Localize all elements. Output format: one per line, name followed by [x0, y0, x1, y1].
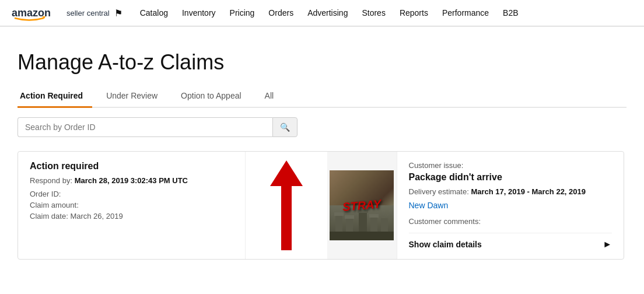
claim-date-value: March 26, 2019 [70, 212, 123, 220]
tab-option-to-appeal[interactable]: Option to Appeal [178, 86, 251, 108]
logo-area: amazon seller central ⚑ [12, 5, 123, 21]
search-input[interactable] [18, 117, 272, 137]
header-divider [0, 26, 644, 27]
tab-action-required[interactable]: Action Required [18, 86, 92, 108]
svg-rect-2 [330, 232, 394, 240]
claim-image: STRAY [327, 152, 397, 259]
nav-reports[interactable]: Reports [400, 6, 428, 20]
amazon-logo[interactable]: amazon seller central [12, 5, 110, 21]
red-arrow [270, 160, 303, 250]
order-id: Order ID: [30, 190, 233, 198]
claim-card: Action required Respond by: March 28, 20… [18, 151, 624, 260]
nav-pricing[interactable]: Pricing [230, 6, 255, 20]
delivery-estimate-value: March 17, 2019 - March 22, 2019 [471, 187, 586, 196]
nav-catalog[interactable]: Catalog [140, 6, 168, 20]
amazon-logo-svg: amazon [12, 5, 64, 21]
claim-amount-label: Claim amount: [30, 201, 79, 209]
respond-by-label: Respond by: [30, 176, 72, 185]
page-title: Manage A-to-z Claims [18, 50, 626, 75]
claim-left: Action required Respond by: March 28, 20… [18, 152, 246, 259]
claim-date-label: Claim date: [30, 212, 68, 220]
tab-under-review[interactable]: Under Review [104, 86, 167, 108]
search-bar: 🔍 [18, 117, 298, 137]
tab-all[interactable]: All [262, 86, 284, 108]
customer-issue-label: Customer issue: [409, 161, 612, 170]
svg-rect-10 [369, 214, 379, 218]
nav-performance[interactable]: Performance [442, 6, 489, 20]
nav-b2b[interactable]: B2B [503, 6, 518, 20]
nav-advertising[interactable]: Advertising [307, 6, 348, 20]
delivery-estimate-label: Delivery estimate: [409, 187, 469, 196]
seller-central-text: seller central [66, 9, 110, 18]
header: amazon seller central ⚑ Catalog Inventor… [0, 0, 644, 26]
order-id-label: Order ID: [30, 190, 61, 198]
customer-comments-label: Customer comments: [409, 217, 612, 226]
flag-icon: ⚑ [114, 8, 123, 19]
svg-rect-11 [381, 218, 388, 232]
respond-by: Respond by: March 28, 2019 3:02:43 PM UT… [30, 176, 233, 185]
product-img: STRAY [330, 170, 394, 240]
nav-orders[interactable]: Orders [268, 6, 293, 20]
svg-rect-4 [334, 212, 344, 216]
delivery-estimate: Delivery estimate: March 17, 2019 - Marc… [409, 187, 612, 196]
search-button[interactable]: 🔍 [272, 117, 298, 137]
tabs-container: Action Required Under Review Option to A… [18, 86, 626, 108]
svg-rect-5 [346, 217, 353, 232]
claim-status: Action required [30, 161, 233, 172]
customer-issue-title: Package didn't arrive [409, 172, 612, 183]
chevron-right-icon: ► [603, 239, 612, 250]
svg-rect-6 [345, 215, 354, 219]
nav-stores[interactable]: Stores [362, 6, 385, 20]
page-content: Manage A-to-z Claims Action Required Und… [0, 38, 644, 271]
svg-rect-9 [370, 216, 377, 232]
claim-date: Claim date: March 26, 2019 [30, 212, 233, 220]
main-nav: Catalog Inventory Pricing Orders Adverti… [140, 6, 519, 20]
show-claim-details-text: Show claim details [409, 240, 482, 249]
arrow-shaft [281, 180, 292, 250]
product-name-link[interactable]: New Dawn [409, 201, 612, 210]
nav-inventory[interactable]: Inventory [182, 6, 216, 20]
claim-right: Customer issue: Package didn't arrive De… [397, 152, 624, 259]
show-claim-details-button[interactable]: Show claim details ► [409, 233, 612, 250]
search-icon: 🔍 [280, 123, 290, 132]
claim-arrow-area [246, 152, 327, 259]
respond-by-date: March 28, 2019 3:02:43 PM UTC [75, 176, 188, 185]
svg-rect-3 [335, 214, 342, 232]
svg-rect-7 [359, 211, 367, 232]
claim-amount: Claim amount: [30, 201, 233, 209]
